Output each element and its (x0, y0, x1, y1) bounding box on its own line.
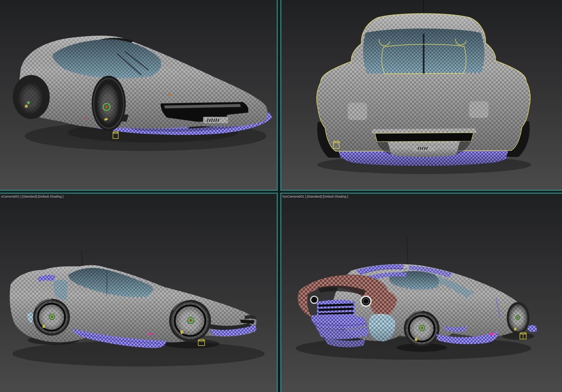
rear-wheel (33, 299, 70, 335)
front-wheel (169, 300, 211, 341)
car-render-side (0, 194, 277, 392)
pink-marker (85, 118, 86, 119)
viewport-top-left[interactable] (0, 0, 278, 191)
exhaust-left (311, 296, 318, 304)
viewport-splitter-horizontal[interactable] (0, 190, 562, 193)
rear-wheel (13, 75, 50, 119)
viewport-label[interactable]: sCamera001 ] [Standard] [Default Shading… (1, 195, 64, 199)
viewport-top-right[interactable] (280, 0, 562, 191)
rear-wheel (404, 311, 440, 347)
front-wheel (507, 302, 530, 334)
front-wheel (92, 76, 126, 131)
logo-plate (413, 146, 436, 151)
windshield-glass (363, 29, 485, 74)
viewport-bottom-right[interactable]: hysCamera001 ] [Standard] [Default Shadi… (280, 193, 562, 392)
car-render-rear-quarter (281, 194, 562, 392)
car-render-front-quarter (0, 0, 277, 190)
front-splitter-purple (528, 325, 537, 332)
olive-marker (503, 304, 505, 307)
exhaust-right (361, 296, 371, 306)
viewport-splitter-vertical[interactable] (278, 0, 280, 392)
car-render-front (281, 0, 562, 190)
viewport-label[interactable]: hysCamera001 ] [Standard] [Default Shadi… (282, 195, 348, 199)
hood-scoop-right (469, 101, 488, 118)
pink-marker (489, 333, 494, 335)
pink-marker (148, 333, 151, 335)
3d-app-viewport-grid: sCamera001 ] [Standard] [Default Shading… (0, 0, 562, 392)
viewport-bottom-left[interactable]: sCamera001 ] [Standard] [Default Shading… (0, 193, 278, 392)
center-wiper (423, 34, 425, 74)
logo-plate (203, 117, 228, 123)
hood-scoop-left (348, 103, 367, 120)
